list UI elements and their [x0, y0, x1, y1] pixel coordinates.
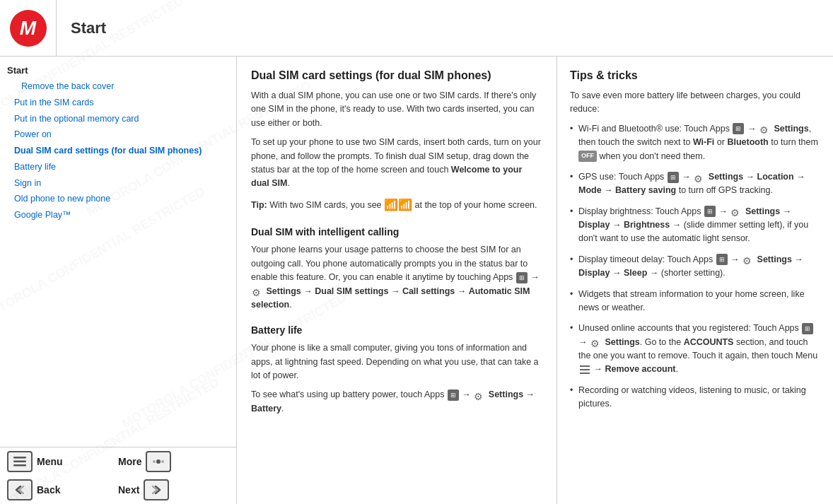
svg-rect-2 — [13, 464, 26, 467]
svg-point-4 — [153, 460, 156, 463]
apps-icon-brightness: ⊞ — [704, 206, 716, 217]
bottom-row-1: Menu More — [0, 447, 236, 476]
sidebar-section-title: Start — [7, 65, 229, 76]
apps-icon-1: ⊞ — [516, 272, 528, 283]
settings-icon-gps — [694, 172, 705, 183]
tip-widgets: Widgets that stream information to your … — [570, 288, 820, 315]
apps-icon-accounts: ⊞ — [802, 323, 813, 334]
sidebar-item-sign-in[interactable]: Sign in — [7, 175, 229, 192]
motorola-logo: M — [10, 10, 47, 47]
more-icon — [146, 451, 171, 472]
setup-paragraph: To set up your phone to use two SIM card… — [251, 136, 542, 191]
svg-rect-0 — [13, 457, 26, 459]
next-label: Next — [118, 484, 139, 496]
back-button[interactable]: Back — [7, 479, 118, 500]
next-button[interactable]: Next — [118, 479, 229, 500]
sidebar-footer: Menu More — [0, 447, 236, 504]
sidebar-wrapper: Start Remove the back cover Put in the S… — [0, 57, 237, 504]
menu-icon-svg — [13, 457, 26, 467]
tip-gps: GPS use: Touch Apps ⊞ → Settings → Locat… — [570, 170, 820, 198]
bottom-row-2: Back Next — [0, 476, 236, 504]
menu-label: Menu — [37, 456, 63, 467]
apps-icon-wifi: ⊞ — [733, 123, 744, 134]
settings-icon-wifi — [759, 123, 771, 134]
menu-icon — [7, 451, 33, 472]
menu-dots-icon — [580, 365, 590, 374]
sidebar-item-old-phone[interactable]: Old phone to new phone — [7, 191, 229, 207]
body-wrapper: Start Remove the back cover Put in the S… — [0, 57, 833, 504]
svg-point-5 — [161, 460, 164, 463]
back-icon-svg — [13, 485, 26, 495]
more-label: More — [118, 456, 141, 467]
battery-see-paragraph: To see what's using up battery power, to… — [251, 388, 542, 416]
logo-area: M — [0, 0, 57, 56]
apps-icon-gps: ⊞ — [668, 172, 679, 183]
tip-brightness: Display brightness: Touch Apps ⊞ → Setti… — [570, 205, 820, 246]
sidebar-item-power-on[interactable]: Power on — [7, 127, 229, 143]
sidebar-item-optional-memory[interactable]: Put in the optional memory card — [7, 111, 229, 127]
settings-icon-brightness — [730, 206, 742, 217]
back-label: Back — [37, 484, 60, 496]
back-icon — [7, 479, 33, 500]
subheading-battery: Battery life — [251, 324, 542, 336]
sidebar-item-dual-sim[interactable]: Dual SIM card settings (for dual SIM pho… — [7, 143, 229, 159]
right-panel: Tips & tricks To save even more battery … — [557, 57, 833, 504]
right-panel-heading: Tips & tricks — [570, 69, 820, 82]
intelligent-paragraph: Your phone learns your usage patterns to… — [251, 243, 542, 312]
sidebar-item-google-play[interactable]: Google Play™ — [7, 207, 229, 223]
sidebar-item-put-sim[interactable]: Put in the SIM cards — [7, 95, 229, 111]
apps-icon-timeout: ⊞ — [716, 254, 728, 265]
settings-icon-1 — [252, 286, 263, 297]
left-panel-heading: Dual SIM card settings (for dual SIM pho… — [251, 69, 542, 82]
tip-accounts: Unused online accounts that you register… — [570, 322, 820, 377]
svg-point-3 — [156, 459, 161, 464]
tips-intro: To save even more battery life between c… — [570, 89, 820, 117]
page-title: Start — [57, 19, 106, 37]
page-wrapper: M Start Start Remove the back cover Put … — [0, 0, 833, 504]
next-icon — [144, 479, 169, 500]
next-icon-svg — [150, 485, 163, 495]
tip-recording: Recording or watching videos, listening … — [570, 384, 820, 411]
content-panels: Dual SIM card settings (for dual SIM pho… — [237, 57, 833, 504]
settings-icon-timeout — [742, 254, 754, 265]
tips-list: Wi-Fi and Bluetooth® use: Touch Apps ⊞ →… — [570, 122, 820, 411]
subheading-intelligent: Dual SIM with intelligent calling — [251, 226, 542, 238]
svg-rect-1 — [13, 461, 26, 463]
tip-timeout: Display timeout delay: Touch Apps ⊞ → Se… — [570, 253, 820, 281]
more-icon-svg — [152, 457, 165, 467]
header: M Start — [0, 0, 833, 57]
sidebar-content: Start Remove the back cover Put in the S… — [0, 57, 236, 447]
sidebar-item-remove-back-cover[interactable]: Remove the back cover — [7, 78, 229, 95]
battery-paragraph: Your phone is like a small computer, giv… — [251, 341, 542, 382]
more-button[interactable]: More — [118, 451, 229, 472]
menu-button[interactable]: Menu — [7, 451, 118, 472]
tip-paragraph: Tip: With two SIM cards, you see 📶📶 at t… — [251, 197, 542, 214]
left-panel: Dual SIM card settings (for dual SIM pho… — [237, 57, 557, 504]
off-badge: OFF — [578, 151, 597, 162]
intro-paragraph: With a dual SIM phone, you can use one o… — [251, 89, 542, 130]
apps-icon-2: ⊞ — [448, 389, 459, 401]
sidebar-item-battery-life[interactable]: Battery life — [7, 159, 229, 175]
tip-wifi: Wi-Fi and Bluetooth® use: Touch Apps ⊞ →… — [570, 122, 820, 163]
settings-icon-2 — [474, 389, 485, 401]
settings-icon-accounts — [590, 336, 602, 348]
